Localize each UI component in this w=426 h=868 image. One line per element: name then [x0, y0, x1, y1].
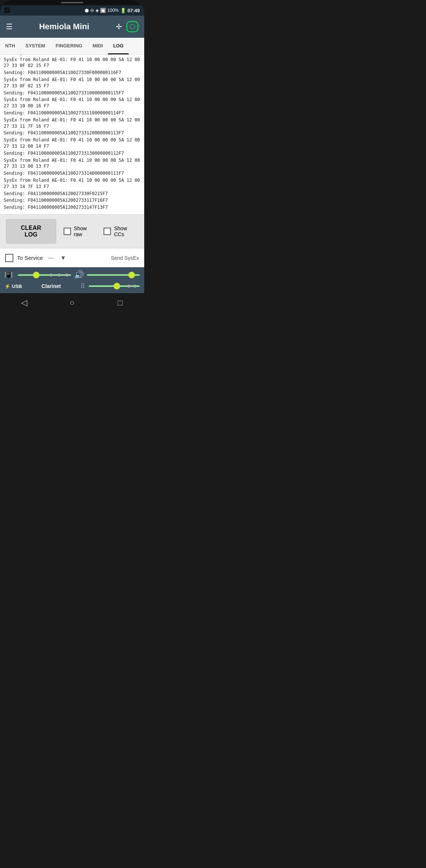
- home-button[interactable]: ○: [65, 295, 80, 310]
- dropdown-arrow-icon[interactable]: ▼: [60, 255, 66, 261]
- slider-1-dot-2: [58, 274, 61, 277]
- status-bar: 🖼 ⬢ ⊖ ◈ ▣ 100% 🔋 07:49: [0, 5, 144, 16]
- log-line: Sending: F041100000005A120027330F0215F7: [4, 191, 141, 197]
- toolbar: ☰ Hemiola Mini ✛ ⬡: [0, 16, 144, 38]
- log-line: Sending: F041100000005A11002733100000000…: [4, 90, 141, 96]
- show-raw-label: Show raw: [74, 225, 97, 237]
- status-bar-left: 🖼: [4, 8, 10, 13]
- slider-1-dot-1: [50, 274, 53, 277]
- slider-1-dot-3: [65, 274, 68, 277]
- usb-icon: ⚡: [4, 284, 10, 289]
- service-value: ---: [48, 255, 54, 261]
- log-line: Sending: F041100000005A110027330F0000001…: [4, 55, 141, 56]
- status-bar-right: ⬢ ⊖ ◈ ▣ 100% 🔋 07:49: [85, 8, 140, 13]
- dpad-icon[interactable]: ✛: [116, 22, 122, 31]
- usb-label: ⚡ USB: [4, 284, 22, 289]
- log-line: SysEx from Roland AE-01: F0 41 10 00 00 …: [4, 137, 141, 150]
- slider-2-thumb[interactable]: [128, 272, 135, 278]
- show-ccs-checkbox-group[interactable]: Show CCs: [104, 225, 138, 237]
- show-ccs-label: Show CCs: [114, 225, 138, 237]
- instrument-label: Clarinet: [26, 283, 77, 289]
- service-label: To Service: [17, 255, 43, 261]
- to-service-bar: To Service --- ▼ Send SysEx: [0, 248, 144, 267]
- menu-icon[interactable]: ☰: [6, 22, 13, 31]
- log-line: SysEx from Roland AE-01: F0 41 10 00 00 …: [4, 177, 141, 190]
- wifi-icon: ◈: [95, 8, 99, 13]
- slider-3-dot-1: [127, 285, 130, 288]
- dots-icon: ⠿: [80, 282, 85, 290]
- service-checkbox[interactable]: [5, 254, 13, 262]
- battery-percent: 100%: [107, 8, 119, 13]
- clock: 07:49: [128, 8, 140, 13]
- notch-bar: [61, 2, 83, 3]
- log-line: Sending: F041100000005A110027330F0000001…: [4, 70, 141, 76]
- nav-bar: ◁ ○ □: [0, 293, 144, 312]
- battery-icon: 🔋: [120, 8, 126, 13]
- minus-circle-icon: ⊖: [90, 8, 94, 13]
- slider-1-thumb[interactable]: [33, 272, 40, 278]
- log-line: Sending: F041100000005A12002733117F16F7: [4, 197, 141, 204]
- log-line: SysEx from Roland AE-01: F0 41 10 00 00 …: [4, 97, 141, 109]
- slider-3-track[interactable]: [89, 285, 140, 287]
- log-line: Sending: F041100000005A11002733120000000…: [4, 130, 141, 136]
- slider-1-track[interactable]: [18, 274, 71, 276]
- log-line: Sending: F041100000005A12002733147F13F7: [4, 204, 141, 211]
- link-icon[interactable]: ⬡: [126, 21, 138, 32]
- log-line: SysEx from Roland AE-01: F0 41 10 00 00 …: [4, 117, 141, 130]
- slider-2-track[interactable]: [87, 274, 140, 276]
- tab-system[interactable]: SYSTEM: [20, 38, 50, 54]
- log-line: Sending: F041100000005A11002733110000000…: [4, 110, 141, 116]
- tab-log[interactable]: LOG: [108, 38, 129, 54]
- app-title: Hemiola Mini: [17, 22, 111, 31]
- device-row: ⚡ USB Clarinet ⠿: [4, 282, 140, 290]
- log-area[interactable]: 03 24 F7Sending: F041100000005A110027330…: [0, 55, 144, 214]
- back-button[interactable]: ◁: [17, 295, 31, 310]
- bluetooth-icon: ⬢: [85, 8, 89, 13]
- log-line: SysEx from Roland AE-01: F0 41 10 00 00 …: [4, 77, 141, 89]
- log-line: Sending: F041100000005A11002733130000000…: [4, 150, 141, 157]
- log-line: SysEx from Roland AE-01: F0 41 10 00 00 …: [4, 157, 141, 170]
- show-raw-checkbox[interactable]: [64, 228, 71, 235]
- phone-frame: 🖼 ⬢ ⊖ ◈ ▣ 100% 🔋 07:49 ☰ Hemiola Mini ✛ …: [0, 0, 144, 312]
- send-sysex-label[interactable]: Send SysEx: [111, 255, 139, 261]
- bottom-bar: 📳 🔊 ⚡ USB Clarinet ⠿: [0, 267, 144, 293]
- controls-area: CLEAR LOG Show raw Show CCs: [0, 214, 144, 248]
- volume-icon: 🔊: [74, 270, 84, 280]
- log-line: Sending: F041100000005A11002733140000000…: [4, 170, 141, 177]
- slider-row-1: 📳 🔊: [4, 270, 140, 280]
- tab-midi[interactable]: MIDI: [87, 38, 108, 54]
- usb-text: USB: [12, 284, 22, 289]
- tab-fingering[interactable]: FINGERING: [50, 38, 87, 54]
- tabs-bar: NTH SYSTEM FINGERING MIDI LOG: [0, 38, 144, 55]
- vibration-icon: 📳: [4, 271, 15, 279]
- log-line: SysEx from Roland AE-01: F0 41 10 00 00 …: [4, 57, 141, 69]
- sim-off-icon: ▣: [100, 8, 106, 13]
- slider-3-dot-2: [133, 285, 136, 288]
- recents-button[interactable]: □: [113, 295, 128, 310]
- slider-3-thumb[interactable]: [114, 283, 120, 289]
- show-raw-checkbox-group[interactable]: Show raw: [64, 225, 97, 237]
- top-notch: [0, 0, 144, 5]
- tab-nth[interactable]: NTH: [0, 38, 20, 54]
- photo-icon: 🖼: [4, 8, 10, 13]
- clear-log-button[interactable]: CLEAR LOG: [6, 219, 56, 244]
- show-ccs-checkbox[interactable]: [104, 228, 111, 235]
